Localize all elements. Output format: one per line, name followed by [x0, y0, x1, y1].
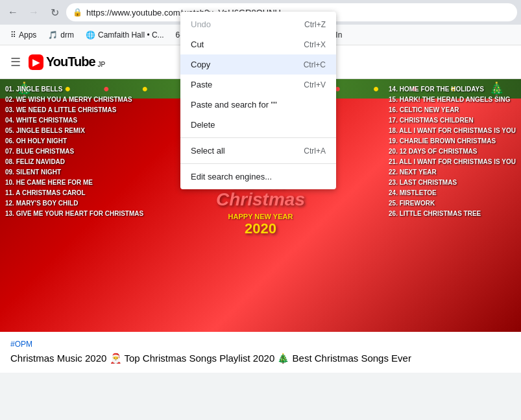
menu-item-cut[interactable]: Cut Ctrl+X — [180, 34, 336, 54]
song-12: 12. MARY'S BOY CHILD — [5, 198, 143, 209]
youtube-logo-text: YouTube — [46, 54, 95, 69]
menu-item-paste-search-label: Paste and search for "" — [191, 100, 277, 110]
song-11: 11. A CHRISTMAS CAROL — [5, 188, 143, 198]
menu-item-paste-search[interactable]: Paste and search for "" — [180, 95, 336, 115]
song-08: 08. FELIZ NAVIDAD — [5, 157, 143, 167]
song-04: 04. WHITE CHRISTMAS — [5, 115, 143, 126]
menu-item-cut-shortcut: Ctrl+X — [304, 40, 326, 49]
song-list-left: 01. JINGLE BELLS 02. WE WISH YOU A MERRY… — [5, 84, 143, 219]
song-10: 10. HE CAME HERE FOR ME — [5, 178, 143, 188]
song-01: 01. JINGLE BELLS — [5, 84, 143, 95]
youtube-play-icon: ▶ — [29, 54, 43, 70]
bookmark-apps[interactable]: ⠿ Apps — [5, 28, 42, 42]
menu-item-copy[interactable]: Copy Ctrl+C — [180, 54, 336, 75]
menu-item-select-all-shortcut: Ctrl+A — [304, 146, 326, 156]
menu-item-undo-shortcut: Ctrl+Z — [304, 20, 326, 29]
song-20: 20. 12 DAYS OF CHRISTMAS — [389, 146, 516, 157]
song-list-right: 14. HOME FOR THE HOLIDAYS 15. HARK! THE … — [389, 84, 516, 219]
song-25: 25. FIREWORK — [389, 198, 516, 209]
menu-divider-2 — [180, 163, 336, 164]
song-17: 17. CHRISTMAS CHILDREN — [389, 115, 516, 126]
menu-item-copy-label: Copy — [191, 60, 210, 69]
video-description: #OPM Christmas Music 2020 🎅 Top Christma… — [0, 332, 521, 373]
song-22: 22. NEXT YEAR — [389, 167, 516, 178]
bookmark-apps-label: Apps — [19, 30, 36, 40]
song-07: 07. BLUE CHRISTMAS — [5, 146, 143, 157]
song-14: 14. HOME FOR THE HOLIDAYS — [389, 84, 516, 95]
menu-item-paste-shortcut: Ctrl+V — [304, 80, 326, 89]
menu-item-undo-label: Undo — [191, 19, 211, 29]
youtube-logo-suffix: JP — [98, 61, 106, 68]
menu-item-cut-label: Cut — [191, 40, 204, 49]
menu-item-delete-label: Delete — [191, 120, 215, 130]
christmas-text: Christmas — [216, 191, 305, 207]
youtube-logo[interactable]: ▶ YouTube JP — [29, 54, 105, 70]
song-18: 18. ALL I WANT FOR CHRISTMAS IS YOU — [389, 126, 516, 136]
menu-item-select-all-label: Select all — [191, 146, 225, 156]
menu-item-edit-search[interactable]: Edit search engines... — [180, 167, 336, 187]
bookmark-drm[interactable]: 🎵 drm — [43, 28, 79, 42]
song-21: 21. ALL I WANT FOR CHRISTMAS IS YOU — [389, 157, 516, 167]
song-26: 26. LITTLE CHRISTMAS TREE — [389, 209, 516, 219]
song-15: 15. HARK! THE HERALD ANGELS SING — [389, 95, 516, 105]
menu-item-copy-shortcut: Ctrl+C — [304, 60, 326, 69]
video-tag[interactable]: #OPM — [10, 340, 511, 349]
globe-icon-1: 🌐 — [86, 30, 95, 40]
song-13: 13. GIVE ME YOUR HEART FOR CHRISTMAS — [5, 209, 143, 219]
back-button[interactable]: ← — [4, 3, 22, 21]
song-23: 23. LAST CHRISTMAS — [389, 178, 516, 188]
menu-item-delete[interactable]: Delete — [180, 115, 336, 135]
year-text: 2020 — [216, 221, 305, 238]
lock-icon: 🔒 — [73, 8, 82, 17]
menu-divider-1 — [180, 137, 336, 138]
apps-grid-icon: ⠿ — [10, 30, 16, 40]
context-menu: Undo Ctrl+Z Cut Ctrl+X Copy Ctrl+C Paste… — [180, 12, 336, 189]
reload-button[interactable]: ↻ — [45, 3, 64, 21]
menu-item-paste-label: Paste — [191, 80, 212, 89]
forward-button[interactable]: → — [25, 3, 43, 21]
hamburger-menu-icon[interactable]: ☰ — [10, 55, 21, 69]
song-16: 16. CELTIC NEW YEAR — [389, 105, 516, 115]
song-02: 02. WE WISH YOU A MERRY CHRISTMAS — [5, 95, 143, 105]
song-05: 05. JINGLE BELLS REMIX — [5, 126, 143, 136]
bookmark-camfaith-label: Camfaith Hall • C... — [98, 30, 164, 40]
song-09: 09. SILENT NIGHT — [5, 167, 143, 178]
menu-item-select-all[interactable]: Select all Ctrl+A — [180, 141, 336, 161]
happy-new-year-text: HAPPY NEW YEAR — [216, 213, 305, 221]
menu-item-paste[interactable]: Paste Ctrl+V — [180, 75, 336, 95]
menu-item-undo[interactable]: Undo Ctrl+Z — [180, 14, 336, 34]
song-24: 24. MISTLETOE — [389, 188, 516, 198]
bookmark-drm-label: drm — [60, 30, 74, 40]
music-icon: 🎵 — [48, 30, 58, 40]
song-06: 06. OH HOLY NIGHT — [5, 136, 143, 146]
video-title: Christmas Music 2020 🎅 Top Christmas Son… — [10, 351, 511, 365]
bookmark-camfaith[interactable]: 🌐 Camfaith Hall • C... — [80, 28, 169, 42]
song-03: 03. WE NEED A LITTLE CHRISTMAS — [5, 105, 143, 115]
song-19: 19. CHARLIE BROWN CHRISTMAS — [389, 136, 516, 146]
menu-item-edit-search-label: Edit search engines... — [191, 172, 272, 181]
